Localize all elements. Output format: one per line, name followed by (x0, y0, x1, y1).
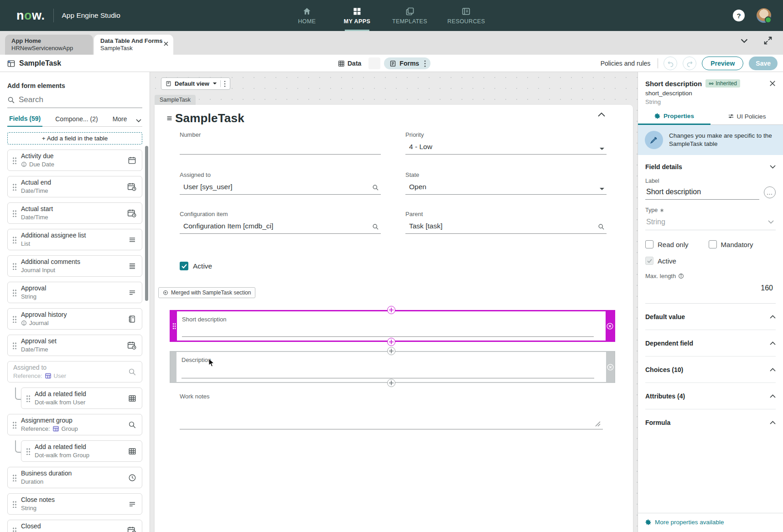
insert-field-above-icon[interactable] (387, 306, 395, 314)
field-details-section[interactable]: Field details (645, 163, 776, 170)
tab-more[interactable]: More (111, 115, 129, 126)
field-card-close-notes[interactable]: Close notes String (7, 493, 142, 515)
collapse-section-icon[interactable] (598, 112, 605, 117)
field-card-assignment-group[interactable]: Assignment group Reference:Group (7, 414, 142, 435)
label-input[interactable] (645, 185, 759, 200)
drag-handle[interactable] (12, 289, 16, 296)
view-kebab-icon[interactable] (224, 81, 226, 87)
form-field-parent[interactable]: Parent Task [task] (405, 211, 607, 234)
form-field-assigned-to[interactable]: Assigned to User [sys_user] (180, 171, 381, 195)
form-field-number[interactable]: Number (180, 131, 381, 155)
tab-app-home[interactable]: App Home HRNewServicenowApp (5, 35, 93, 55)
drag-handle[interactable] (12, 342, 16, 349)
preview-button[interactable]: Preview (702, 57, 743, 70)
field-card-actual-start[interactable]: Actual start Date/Time (7, 202, 142, 224)
field-card-add-related-field-group[interactable]: Add a related field Dot-walk from Group (21, 440, 142, 462)
field-card-approval[interactable]: Approval String (7, 282, 142, 303)
tab-components[interactable]: Compone... (2) (53, 115, 99, 126)
section-default-value[interactable]: Default value (645, 304, 776, 330)
drag-handle[interactable] (171, 311, 177, 341)
nav-templates[interactable]: TEMPLATES (392, 0, 427, 31)
forms-view-button[interactable]: Forms (384, 57, 430, 69)
section-formula[interactable]: Formula (645, 409, 776, 436)
chevron-down-icon[interactable] (599, 147, 605, 151)
chevron-down-icon[interactable] (599, 187, 605, 191)
expand-icon[interactable] (763, 36, 773, 46)
collapse-tabs-icon[interactable] (739, 36, 749, 46)
close-tab-icon[interactable] (163, 41, 169, 46)
form-field-state[interactable]: State Open (405, 171, 607, 195)
nav-resources[interactable]: RESOURCES (447, 0, 485, 31)
section-dependent-field[interactable]: Dependent field (645, 330, 776, 356)
form-field-short-description[interactable]: Short description (170, 310, 615, 342)
info-icon[interactable] (678, 273, 684, 279)
field-card-add-related-field-user[interactable]: Add a related field Dot-walk from User (21, 387, 142, 409)
section-choices[interactable]: Choices (10) (645, 356, 776, 383)
nav-home[interactable]: HOME (292, 0, 322, 31)
field-card-business-duration[interactable]: Business duration Duration (7, 467, 142, 488)
field-card-activity-due[interactable]: Activity due Due Date (7, 150, 142, 171)
search-input[interactable] (19, 95, 124, 104)
search-icon[interactable] (372, 184, 379, 191)
field-card-approval-history[interactable]: Approval history Journal (7, 308, 142, 330)
help-icon[interactable]: ? (733, 10, 745, 21)
field-card-additional-comments[interactable]: Additional comments Journal Input (7, 255, 142, 277)
policies-and-rules-link[interactable]: Policies and rules (601, 60, 651, 67)
drag-handle[interactable] (12, 263, 16, 270)
drag-handle[interactable] (12, 157, 16, 164)
tab-data-table-and-forms[interactable]: Data Table And Forms SampleTask (94, 35, 173, 55)
sidebar-scrollbar[interactable] (145, 146, 148, 301)
drag-handle[interactable] (12, 474, 16, 481)
label-options-icon[interactable]: … (764, 186, 776, 198)
nav-my-apps[interactable]: MY APPS (342, 0, 372, 31)
tab-ui-policies[interactable]: UI Policies (710, 109, 783, 124)
tab-fields[interactable]: Fields (59) (7, 115, 42, 127)
field-card-approval-set[interactable]: Approval set Date/Time (7, 335, 142, 356)
active-checkbox[interactable] (180, 262, 188, 270)
more-properties-link[interactable]: More properties available (638, 513, 783, 532)
drag-handle[interactable] (12, 527, 16, 532)
work-notes-input[interactable] (180, 429, 603, 429)
drag-handle[interactable] (12, 421, 16, 429)
field-card-assigned-to[interactable]: Assigned to Reference:User (7, 361, 142, 382)
drag-handle[interactable] (12, 236, 16, 243)
form-field-configuration-item[interactable]: Configuration item Configuration Item [c… (180, 211, 381, 234)
search-icon[interactable] (372, 223, 379, 230)
drag-handle[interactable] (26, 448, 30, 455)
insert-field-icon[interactable] (387, 379, 395, 387)
drag-handle[interactable] (12, 501, 16, 508)
redo-button[interactable] (683, 57, 696, 70)
drag-handle[interactable] (12, 183, 16, 191)
insert-field-icon[interactable] (387, 347, 395, 355)
remove-field-icon[interactable] (606, 352, 614, 382)
add-field-button[interactable]: + Add a field in the table (7, 132, 142, 145)
field-card-closed[interactable]: Closed Date/Time (7, 520, 142, 532)
drag-handle[interactable] (12, 315, 16, 323)
drag-handle[interactable] (12, 210, 16, 217)
drag-handle[interactable] (171, 352, 176, 382)
form-field-active[interactable]: Active (180, 262, 212, 270)
search-icon[interactable] (598, 223, 605, 230)
max-length-input[interactable]: 160 (645, 284, 776, 292)
field-card-actual-end[interactable]: Actual end Date/Time (7, 176, 142, 197)
insert-field-below-icon[interactable] (387, 338, 395, 346)
tab-properties[interactable]: Properties (638, 109, 710, 125)
undo-button[interactable] (664, 57, 677, 70)
form-field-description[interactable]: Description (170, 351, 615, 383)
user-avatar[interactable] (757, 8, 771, 23)
resize-grip-icon[interactable] (595, 421, 601, 427)
remove-field-icon[interactable] (606, 311, 614, 341)
drag-handle[interactable] (26, 395, 30, 402)
mandatory-checkbox[interactable]: Mandatory (709, 240, 753, 248)
form-field-priority[interactable]: Priority 4 - Low (405, 131, 607, 155)
tabs-chevron-down-icon[interactable] (136, 119, 141, 123)
forms-menu-kebab-icon[interactable] (424, 60, 426, 67)
view-selector-button[interactable]: Default view (161, 77, 230, 90)
table-section-tab[interactable]: SampleTask (155, 95, 196, 105)
read-only-checkbox[interactable]: Read only (645, 240, 689, 248)
section-attributes[interactable]: Attributes (4) (645, 383, 776, 409)
field-card-additional-assignee-list[interactable]: Additional assignee list List (7, 229, 142, 250)
data-view-button[interactable]: Data (334, 58, 365, 69)
save-button[interactable]: Save (749, 57, 778, 70)
close-panel-icon[interactable] (769, 80, 776, 87)
